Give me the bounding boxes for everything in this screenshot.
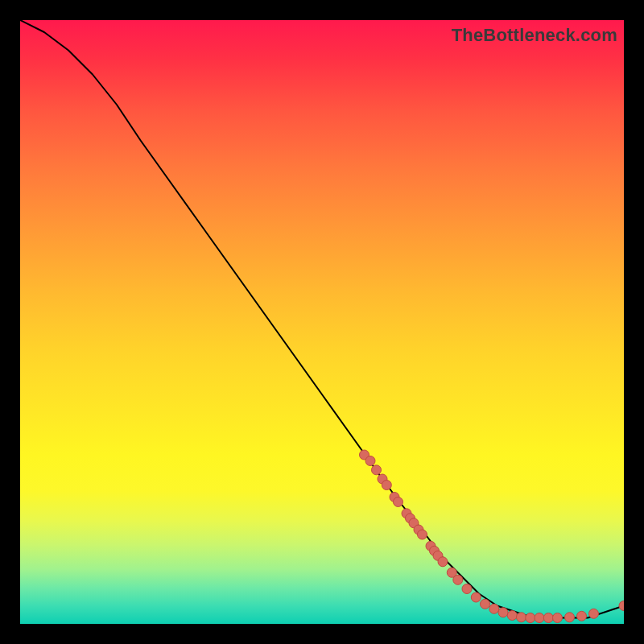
data-marker — [462, 584, 472, 594]
data-marker — [535, 613, 544, 623]
data-marker — [498, 608, 508, 617]
data-marker — [589, 609, 599, 618]
data-marker — [453, 575, 463, 584]
data-marker — [471, 592, 481, 602]
data-marker — [543, 613, 553, 623]
data-marker — [418, 530, 427, 539]
data-marker — [438, 557, 448, 567]
data-marker — [507, 611, 517, 621]
data-marker — [553, 613, 563, 623]
data-marker — [481, 599, 490, 609]
data-marker — [382, 481, 391, 490]
bottleneck-curve — [20, 20, 624, 618]
data-marker — [565, 613, 575, 622]
data-marker — [394, 497, 403, 507]
data-marker — [577, 611, 587, 621]
chart-svg — [20, 20, 624, 624]
data-marker — [365, 456, 375, 466]
data-marker — [372, 465, 382, 475]
data-marker — [526, 613, 535, 623]
data-marker — [619, 601, 624, 611]
data-markers — [360, 450, 625, 623]
chart-container: TheBottleneck.com — [0, 0, 644, 644]
data-marker — [517, 613, 526, 622]
plot-area: TheBottleneck.com — [20, 20, 624, 624]
data-marker — [489, 604, 499, 613]
